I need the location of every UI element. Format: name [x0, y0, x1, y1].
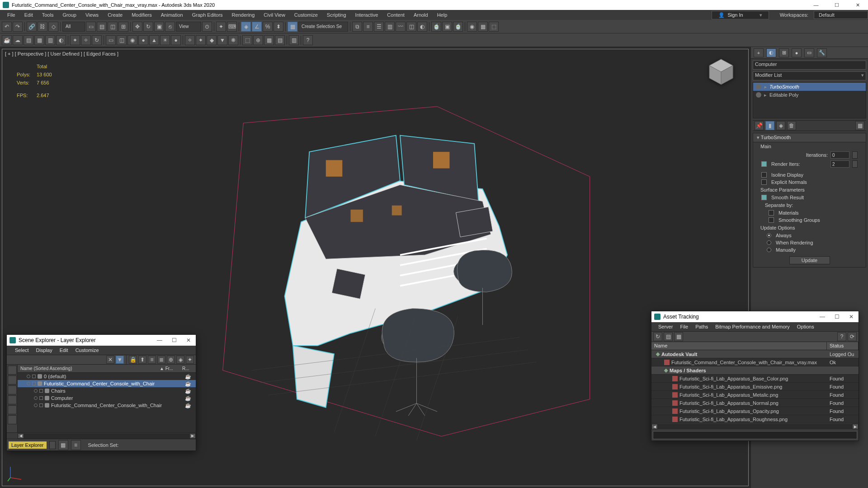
se-menu-edit[interactable]: Edit	[56, 347, 72, 354]
se-menu-customize[interactable]: Customize	[72, 347, 103, 354]
window-crossing-button[interactable]: ⊞	[118, 22, 128, 32]
select-scale-button[interactable]: ▣	[154, 22, 164, 32]
toggle-ribbon-button[interactable]: ▥	[385, 22, 395, 32]
layer-row[interactable]: Futuristic_Command_Center_Console_with_C…	[18, 380, 196, 387]
align-button[interactable]: ≡	[363, 22, 373, 32]
render-button[interactable]: 🍵	[453, 22, 463, 32]
link-button[interactable]: 🔗	[27, 22, 37, 32]
render-icon[interactable]: ☕	[185, 381, 196, 387]
modify-tab[interactable]: ◐	[766, 48, 776, 57]
se-footer-dropdown[interactable]	[49, 441, 56, 449]
visibility-icon[interactable]	[34, 396, 38, 400]
named-selection-dropdown[interactable]: Create Selection Se	[298, 22, 348, 32]
show-end-result-button[interactable]: ▮	[765, 121, 774, 130]
modifier-stack[interactable]: ▸TurboSmooth▸Editable Poly	[753, 82, 866, 118]
at-menu-bitmap-performance-and-memory[interactable]: Bitmap Performance and Memory	[712, 323, 793, 330]
tb2-btn-16[interactable]: ●	[171, 35, 181, 45]
menu-edit[interactable]: Edit	[20, 11, 38, 19]
tb2-btn-20[interactable]: ▼	[217, 35, 227, 45]
se-foot-btn2[interactable]: ≡	[71, 440, 81, 450]
asset-row[interactable]: ◆Autodesk VaultLogged Ou	[651, 350, 859, 358]
selection-filter-dropdown[interactable]: All	[62, 22, 85, 32]
se-side-2[interactable]	[8, 375, 17, 385]
iterations-spinner[interactable]: 0	[830, 151, 849, 159]
freeze-icon[interactable]	[32, 375, 36, 378]
pin-stack-button[interactable]: 📌	[755, 121, 764, 130]
menu-help[interactable]: Help	[433, 11, 452, 19]
se-maximize-button[interactable]: ☐	[167, 335, 181, 346]
at-scroll-left-icon[interactable]: ◀	[651, 424, 658, 429]
menu-arnold[interactable]: Arnold	[409, 11, 433, 19]
menu-graph-editors[interactable]: Graph Editors	[188, 11, 227, 19]
at-scroll-right-icon[interactable]: ▶	[852, 424, 859, 429]
tb2-btn-11[interactable]: ◫	[117, 35, 127, 45]
at-tb-5[interactable]: ⟳	[848, 332, 857, 341]
freeze-icon[interactable]	[39, 404, 43, 407]
maximize-button[interactable]: ☐	[826, 0, 847, 10]
hierarchy-tab[interactable]: ⊞	[779, 48, 789, 57]
se-filter-button[interactable]: ▼	[116, 356, 124, 364]
always-radio[interactable]	[767, 233, 771, 238]
se-side-3[interactable]	[8, 385, 17, 394]
manipulate-button[interactable]: ✦	[216, 22, 226, 32]
tb2-btn-10[interactable]: ▭	[106, 35, 116, 45]
a360-button[interactable]: ◉	[467, 22, 477, 32]
menu-create[interactable]: Create	[103, 11, 127, 19]
se-side-6[interactable]	[8, 415, 17, 424]
se-pick-button[interactable]: ⬆	[138, 356, 146, 364]
percent-snap-button[interactable]: %	[263, 22, 273, 32]
layer-row[interactable]: 0 (default)☕	[18, 373, 196, 380]
mirror-button[interactable]: ⧉	[352, 22, 362, 32]
at-refresh-button[interactable]: ↻	[653, 332, 662, 341]
display-tab[interactable]: ▭	[804, 48, 814, 57]
asset-row[interactable]: ◆Maps / Shaders	[651, 366, 859, 375]
bind-button[interactable]: ◇	[48, 22, 58, 32]
at-menu-server[interactable]: Server	[655, 323, 676, 330]
curve-editor-button[interactable]: 〰	[396, 22, 406, 32]
select-rotate-button[interactable]: ↻	[143, 22, 153, 32]
asset-row[interactable]: Futuristic_Sci-fi_Lab_Apparatus_Roughnes…	[651, 415, 859, 423]
create-tab[interactable]: +	[754, 48, 764, 57]
at-menu-options[interactable]: Options	[794, 323, 817, 330]
asset-row[interactable]: Futuristic_Sci-fi_Lab_Apparatus_Opacity.…	[651, 407, 859, 415]
tb2-btn-21[interactable]: ❋	[228, 35, 238, 45]
menu-interactive[interactable]: Interactive	[351, 11, 383, 19]
tb2-btn-19[interactable]: ◆	[207, 35, 217, 45]
tb2-btn-24[interactable]: ▦	[264, 35, 274, 45]
se-close-button[interactable]: ✕	[181, 335, 196, 346]
material-editor-button[interactable]: ◐	[417, 22, 427, 32]
close-button[interactable]: ✕	[847, 0, 868, 10]
se-tb-7[interactable]: ⊕	[167, 356, 175, 364]
se-minimize-button[interactable]: —	[152, 335, 167, 346]
tb2-btn-18[interactable]: ✦	[196, 35, 206, 45]
when-rendering-radio[interactable]	[767, 240, 771, 245]
layer-row[interactable]: Chairs☕	[18, 387, 196, 394]
se-hscrollbar[interactable]: ◀ ▶	[7, 432, 196, 439]
se-tb-9[interactable]: ✦	[186, 356, 194, 364]
menu-modifiers[interactable]: Modifiers	[127, 11, 156, 19]
tb2-btn-2[interactable]: ☁	[13, 35, 23, 45]
tb2-btn-9[interactable]: ↻	[92, 35, 102, 45]
keyboard-button[interactable]: ⌨	[227, 22, 237, 32]
visibility-icon[interactable]	[34, 389, 38, 393]
at-close-button[interactable]: ✕	[844, 311, 859, 322]
se-lock-button[interactable]: 🔒	[129, 356, 137, 364]
visibility-toggle-icon[interactable]	[756, 92, 761, 98]
se-side-1[interactable]	[8, 366, 17, 375]
se-menu-select[interactable]: Select	[11, 347, 33, 354]
visibility-icon[interactable]	[27, 382, 30, 385]
freeze-icon[interactable]	[39, 396, 43, 400]
at-tb-4[interactable]: ?	[837, 332, 846, 341]
tb2-btn-3[interactable]: ▤	[24, 35, 33, 45]
select-place-button[interactable]: ⎋	[165, 22, 175, 32]
edit-named-sel-button[interactable]: ▦	[288, 22, 297, 32]
configure-sets-button[interactable]: ▦	[855, 121, 864, 130]
modifier-stack-item[interactable]: ▸TurboSmooth	[753, 83, 866, 91]
materials-checkbox[interactable]	[769, 210, 774, 216]
tb2-btn-25[interactable]: ▤	[275, 35, 285, 45]
tb2-btn-12[interactable]: ◉	[127, 35, 137, 45]
help-icon[interactable]: ?	[303, 35, 313, 45]
se-menu-display[interactable]: Display	[33, 347, 56, 354]
at-tb-3[interactable]: ▦	[674, 332, 683, 341]
se-clear-button[interactable]: ✕	[106, 356, 114, 364]
